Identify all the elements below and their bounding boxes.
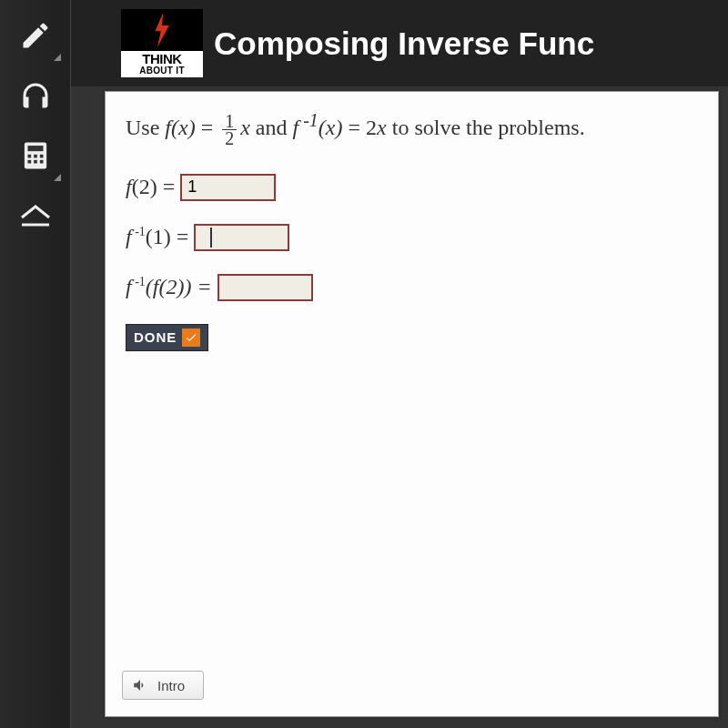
prompt-text: to solve the problems. [387,116,585,139]
svg-rect-6 [34,160,37,164]
audio-tool[interactable] [14,74,57,117]
speaker-icon [132,677,148,693]
badge-line1: THINK [121,52,203,66]
text-cursor [210,228,212,248]
svg-rect-1 [27,146,43,151]
prompt-text: and [250,116,293,139]
function-f-inverse: f -1(x) [293,116,343,139]
calculator-tool[interactable] [14,134,57,177]
lhs: f -1(1) = [126,225,188,249]
tool-sidebar [0,0,71,728]
collapse-up-icon [20,205,51,227]
problem-row-3: f -1(f(2)) = [126,274,698,301]
expand-indicator [54,174,61,181]
answer-input-2[interactable] [194,224,289,251]
lesson-header: THINK ABOUT IT Composing Inverse Func [71,0,728,86]
pencil-tool[interactable] [14,14,57,57]
think-about-it-badge: THINK ABOUT IT [121,9,203,77]
problem-row-1: f(2) = [126,174,698,201]
done-button[interactable]: DONE [126,324,208,351]
coeff-2: 2 [366,116,377,139]
calculator-icon [22,140,49,171]
lightning-icon [150,13,174,47]
answer-input-3[interactable] [217,274,313,301]
denominator: 2 [222,130,237,147]
var-x: x [377,116,387,139]
problem-row-2: f -1(1) = [126,224,698,251]
intro-button[interactable]: Intro [122,671,204,700]
svg-rect-2 [27,155,31,158]
badge-line2: ABOUT IT [121,66,203,76]
expand-indicator [54,54,61,61]
svg-rect-3 [34,155,37,158]
check-icon [185,331,197,344]
headphones-icon [19,79,52,112]
answer-input-1[interactable] [180,174,276,201]
lhs: f -1(f(2)) = [126,275,212,299]
prompt-text: Use [126,116,165,139]
problem-panel: Use f(x) = 1 2 x and f -1(x) = 2x to sol… [105,91,719,717]
collapse-tool[interactable] [14,194,57,238]
var-x: x [240,116,250,139]
svg-rect-7 [39,160,43,164]
svg-rect-5 [27,160,31,164]
lesson-title: Composing Inverse Func [214,25,594,62]
function-f: f(x) [165,116,195,139]
done-check-box [182,329,200,347]
intro-label: Intro [157,678,185,693]
pencil-icon [19,19,52,52]
lhs: f(2) = [126,175,175,199]
done-label: DONE [134,329,177,345]
svg-rect-4 [39,155,43,158]
problem-prompt: Use f(x) = 1 2 x and f -1(x) = 2x to sol… [126,110,698,147]
fraction-half: 1 2 [222,113,237,147]
